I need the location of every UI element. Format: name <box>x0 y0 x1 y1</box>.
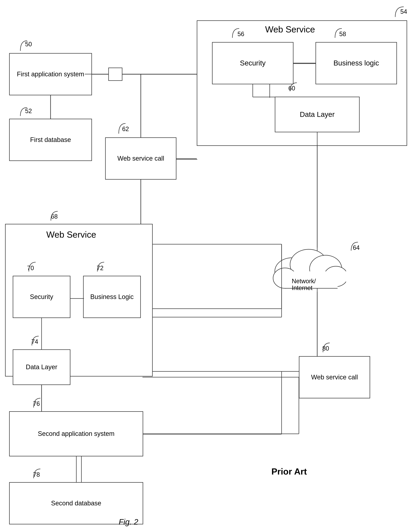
svg-text:Network/: Network/ <box>292 278 316 285</box>
brace-72 <box>90 261 107 274</box>
brace-60 <box>285 81 300 95</box>
business-logic-bottom-box: Business Logic <box>83 276 141 318</box>
data-layer-bottom-box: Data Layer <box>13 349 70 385</box>
first-database-box: First database <box>9 119 92 161</box>
security-top-box: Security <box>212 42 293 84</box>
web-service-call-right-label: Web service call <box>311 373 358 382</box>
brace-54 <box>393 5 410 20</box>
brace-58 <box>328 27 345 40</box>
second-app-system-label: Second application system <box>38 429 115 438</box>
first-app-system-box: First application system <box>9 53 92 95</box>
security-top-label: Security <box>240 59 266 68</box>
network-cloud: Network/ Internet <box>271 241 346 292</box>
brace-76 <box>27 397 44 410</box>
brace-68 <box>44 210 61 223</box>
business-logic-bottom-label: Business Logic <box>90 293 134 301</box>
figure-label: Fig. 2 <box>119 517 138 526</box>
brace-74 <box>25 334 42 348</box>
brace-78 <box>27 467 44 481</box>
first-database-label: First database <box>30 136 71 144</box>
brace-64 <box>346 240 361 254</box>
first-app-system-label: First application system <box>17 70 84 78</box>
security-bl-connector <box>293 59 316 68</box>
data-layer-top-label: Data Layer <box>300 110 334 119</box>
data-layer-bottom-label: Data Layer <box>26 363 57 371</box>
second-database-label: Second database <box>51 499 101 507</box>
brace-50 <box>10 37 30 54</box>
web-service-call-top-box: Web service call <box>105 137 176 180</box>
prior-art-label: Prior Art <box>271 466 307 477</box>
brace-56 <box>225 27 242 40</box>
data-layer-top-box: Data Layer <box>275 97 360 132</box>
brace-62 <box>112 122 129 136</box>
brace-52 <box>10 104 30 119</box>
sec-bl-bottom-connector <box>70 295 84 302</box>
security-bottom-box: Security <box>13 276 70 318</box>
svg-text:Internet: Internet <box>292 284 313 291</box>
security-bottom-label: Security <box>30 293 53 301</box>
brace-80 <box>316 341 333 355</box>
web-service-call-right-box: Web service call <box>299 356 370 398</box>
business-logic-top-label: Business logic <box>333 59 379 68</box>
brace-70 <box>22 261 39 274</box>
wsc62-to-ws-connector <box>176 158 197 166</box>
web-service-bottom-label: Web Service <box>46 229 96 240</box>
web-service-top-label: Web Service <box>265 24 315 34</box>
business-logic-top-box: Business logic <box>315 42 397 84</box>
diagram: First application system 50 First databa… <box>0 0 420 531</box>
second-app-system-box: Second application system <box>9 411 143 456</box>
svg-rect-1 <box>108 68 122 81</box>
web-service-call-top-label: Web service call <box>117 154 164 163</box>
sec-to-dl-connector <box>253 84 287 98</box>
